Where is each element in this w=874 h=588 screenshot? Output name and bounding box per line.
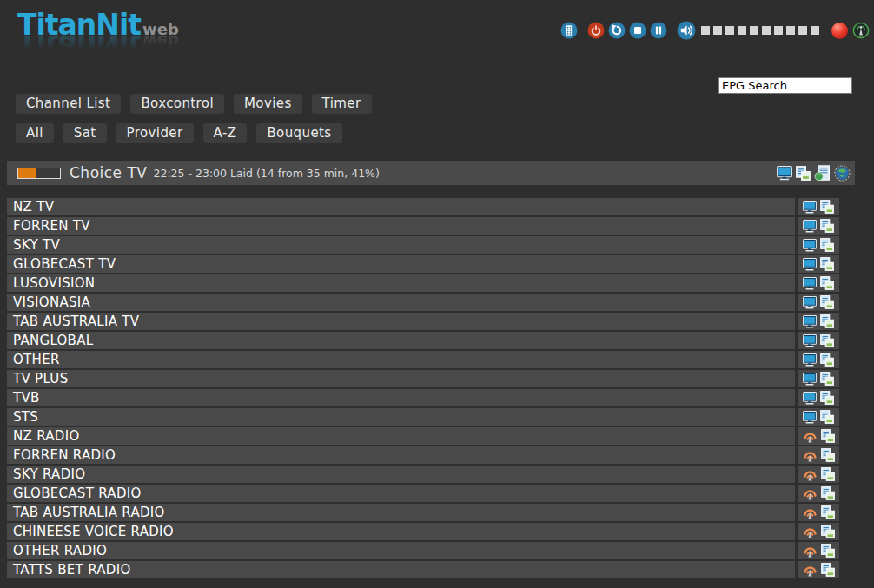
channel-name[interactable]: NZ RADIO: [7, 427, 795, 445]
tv-icon[interactable]: [803, 296, 817, 309]
volume-segment[interactable]: [750, 26, 758, 35]
radio-icon[interactable]: [803, 487, 818, 500]
volume-level[interactable]: [701, 26, 819, 35]
epg-pages-icon[interactable]: [820, 295, 834, 309]
channel-row: SKY RADIO: [7, 466, 867, 483]
channel-row-actions: [798, 446, 839, 464]
epg-pages-icon[interactable]: [796, 166, 811, 181]
volume-segment[interactable]: [811, 26, 819, 35]
pause-icon[interactable]: [650, 22, 667, 39]
channel-name[interactable]: TATTS BET RADIO: [7, 561, 795, 578]
epg-pages-icon[interactable]: [821, 429, 835, 443]
tv-icon[interactable]: [803, 277, 817, 290]
channel-name[interactable]: NZ TV: [7, 198, 795, 215]
channel-name[interactable]: LUSOVISION: [7, 274, 795, 292]
channel-row-actions: [798, 351, 839, 368]
tv-icon[interactable]: [803, 239, 817, 252]
epg-pages-icon[interactable]: [821, 467, 835, 481]
channel-name[interactable]: GLOBECAST TV: [7, 255, 795, 273]
tv-icon[interactable]: [803, 353, 817, 367]
volume-segment[interactable]: [738, 26, 746, 35]
stop-icon[interactable]: [629, 22, 646, 39]
channel-name[interactable]: TAB AUSTRALIA RADIO: [7, 504, 795, 521]
tv-icon[interactable]: [803, 392, 817, 405]
nav-channel-list[interactable]: Channel List: [16, 94, 121, 114]
channel-name[interactable]: SKY TV: [7, 236, 795, 254]
epg-pages-icon[interactable]: [821, 486, 835, 500]
epg-pages-icon[interactable]: [820, 372, 834, 386]
channel-name[interactable]: PANGLOBAL: [7, 332, 795, 349]
now-playing-bar: Choice TV 22:25 - 23:00 Laid (14 from 35…: [7, 161, 855, 185]
radio-icon[interactable]: [803, 449, 818, 462]
filter-bouquets[interactable]: Bouquets: [256, 123, 341, 143]
tv-icon[interactable]: [803, 411, 817, 424]
signal-icon[interactable]: [852, 22, 870, 39]
epg-pages-icon[interactable]: [820, 219, 834, 233]
tv-icon[interactable]: [803, 258, 817, 271]
radio-icon[interactable]: [803, 545, 818, 558]
epg-pages-icon[interactable]: [820, 257, 834, 271]
volume-icon[interactable]: [677, 21, 696, 40]
monitor-icon[interactable]: [777, 166, 792, 181]
filter-sat[interactable]: Sat: [63, 123, 107, 143]
epg-pages-icon[interactable]: [821, 448, 835, 462]
channel-row: TAB AUSTRALIA TV: [7, 313, 867, 330]
radio-icon[interactable]: [803, 506, 818, 519]
nav-timer[interactable]: Timer: [312, 94, 372, 114]
epg-pages-icon[interactable]: [820, 410, 834, 424]
volume-segment[interactable]: [725, 26, 734, 35]
epg-pages-icon[interactable]: [820, 334, 834, 347]
channel-name[interactable]: TAB AUSTRALIA TV: [7, 313, 795, 330]
channel-name[interactable]: SKY RADIO: [7, 466, 795, 483]
volume-segment[interactable]: [774, 26, 783, 35]
filter-az[interactable]: A-Z: [203, 123, 248, 143]
radio-icon[interactable]: [803, 564, 818, 577]
epg-pages-icon[interactable]: [821, 525, 835, 538]
epg-pages-icon[interactable]: [821, 563, 835, 577]
epg-pages-icon[interactable]: [820, 276, 834, 290]
radio-icon[interactable]: [803, 468, 818, 481]
channel-name[interactable]: FORREN TV: [7, 217, 795, 235]
channel-name[interactable]: GLOBECAST RADIO: [7, 485, 795, 502]
power-icon[interactable]: [587, 22, 605, 39]
tv-icon[interactable]: [803, 315, 817, 328]
channel-name[interactable]: VISIONASIA: [7, 294, 795, 311]
tv-icon[interactable]: [803, 334, 817, 347]
tv-icon[interactable]: [803, 373, 817, 386]
epg-pages-icon[interactable]: [820, 391, 834, 405]
epg-pages-icon[interactable]: [820, 353, 834, 367]
channel-name[interactable]: TV PLUS: [7, 370, 795, 387]
epg-pages-icon[interactable]: [820, 200, 834, 214]
radio-icon[interactable]: [803, 525, 818, 538]
volume-segment[interactable]: [701, 26, 710, 35]
tv-icon[interactable]: [803, 220, 817, 233]
channel-name[interactable]: OTHER: [7, 351, 795, 368]
tv-icon[interactable]: [803, 201, 817, 214]
volume-segment[interactable]: [713, 26, 722, 35]
filter-all[interactable]: All: [16, 123, 54, 143]
filter-provider[interactable]: Provider: [116, 123, 194, 143]
reload-icon[interactable]: [608, 22, 626, 39]
channel-list: NZ TV: [7, 198, 867, 580]
volume-segment[interactable]: [798, 26, 807, 35]
epg-pages-icon[interactable]: [821, 544, 835, 558]
epg-search-input[interactable]: [718, 77, 852, 94]
epg-document-icon[interactable]: [814, 165, 831, 182]
nav-boxcontrol[interactable]: Boxcontrol: [130, 94, 224, 114]
remote-icon[interactable]: [560, 22, 578, 39]
channel-name[interactable]: CHINEESE VOICE RADIO: [7, 523, 795, 540]
epg-pages-icon[interactable]: [821, 505, 835, 519]
epg-pages-icon[interactable]: [820, 314, 834, 328]
channel-row: LUSOVISION: [7, 274, 867, 292]
nav-movies[interactable]: Movies: [234, 94, 302, 114]
epg-pages-icon[interactable]: [820, 238, 834, 252]
channel-name[interactable]: OTHER RADIO: [7, 542, 795, 559]
channel-name[interactable]: TVB: [7, 389, 795, 406]
channel-name[interactable]: FORREN RADIO: [7, 446, 795, 464]
volume-segment[interactable]: [786, 26, 795, 35]
radio-icon[interactable]: [803, 430, 818, 443]
current-epg-text: 22:25 - 23:00 Laid (14 from 35 min, 41%): [154, 167, 380, 180]
volume-segment[interactable]: [762, 26, 771, 35]
web-globe-icon[interactable]: [834, 165, 851, 182]
channel-name[interactable]: STS: [7, 408, 795, 426]
